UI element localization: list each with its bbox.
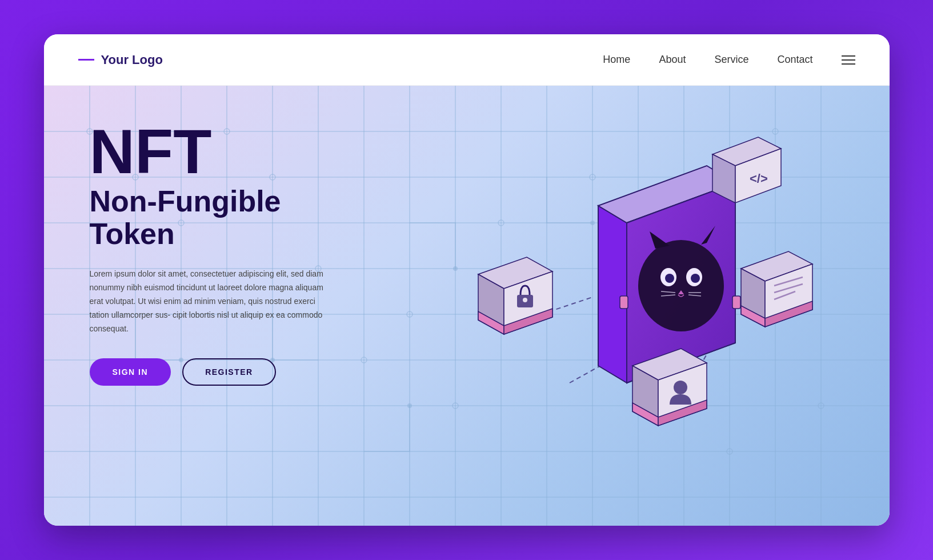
svg-marker-53 — [598, 206, 627, 383]
hero-subtitle: Non-Fungible Token — [90, 185, 364, 250]
navbar: Your Logo Home About Service Contact — [44, 34, 890, 86]
hero-content: NFT Non-Fungible Token Lorem ipsum dolor… — [90, 120, 364, 386]
svg-point-63 — [691, 274, 700, 283]
svg-text:</>: </> — [750, 171, 768, 186]
lock-block — [478, 257, 552, 334]
svg-rect-95 — [732, 296, 740, 309]
logo-dash — [78, 59, 94, 61]
main-card: Your Logo Home About Service Contact .cl… — [44, 34, 890, 526]
nav-contact[interactable]: Contact — [777, 54, 812, 66]
nav-about[interactable]: About — [659, 54, 686, 66]
svg-rect-94 — [620, 296, 628, 309]
main-panel — [598, 166, 735, 383]
svg-point-79 — [523, 298, 527, 302]
nft-illustration: </> — [410, 103, 855, 503]
svg-point-57 — [638, 240, 724, 331]
document-block — [741, 251, 812, 327]
hamburger-menu[interactable] — [842, 55, 855, 65]
logo-text: Your Logo — [101, 53, 163, 67]
nav-service[interactable]: Service — [714, 54, 748, 66]
svg-point-93 — [674, 381, 687, 394]
isometric-svg: </> — [410, 103, 855, 491]
logo: Your Logo — [78, 53, 163, 67]
register-button[interactable]: REGISTER — [182, 358, 276, 386]
hero-buttons: SIGN IN REGISTER — [90, 358, 364, 386]
hero-title: NFT — [90, 120, 364, 183]
nav-home[interactable]: Home — [603, 54, 630, 66]
svg-point-62 — [665, 274, 674, 283]
nav-links: Home About Service Contact — [603, 54, 855, 66]
hero-description: Lorem ipsum dolor sit amet, consectetuer… — [90, 267, 330, 335]
code-block: </> — [712, 137, 781, 203]
signin-button[interactable]: SIGN IN — [90, 358, 171, 386]
hero-section: .cl{stroke:#8ab0d8;stroke-width:1.5;fill… — [44, 86, 890, 526]
